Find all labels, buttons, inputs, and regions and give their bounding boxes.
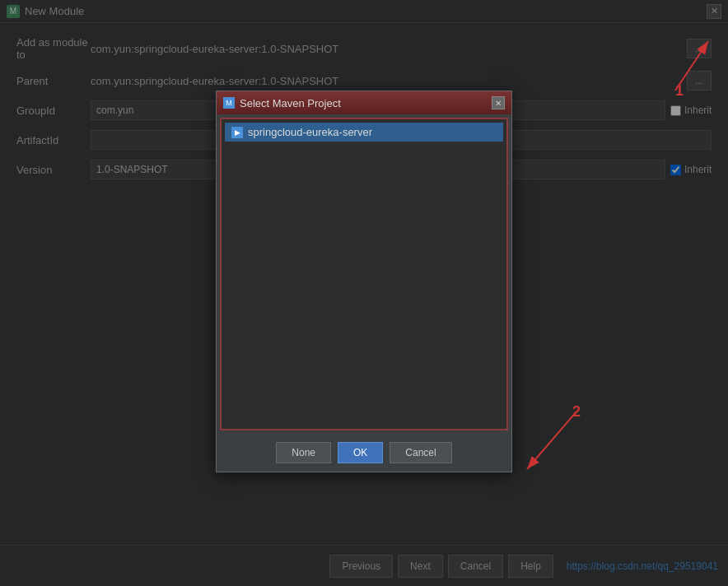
project-icon: ▶ — [231, 127, 243, 138]
select-maven-project-dialog: M Select Maven Project ✕ ▶ springcloud-e… — [216, 91, 512, 472]
modal-cancel-button[interactable]: Cancel — [390, 442, 451, 463]
none-button[interactable]: None — [276, 442, 331, 463]
modal-title: Select Maven Project — [240, 97, 341, 109]
maven-icon: M — [223, 97, 235, 109]
modal-close-button[interactable]: ✕ — [492, 96, 505, 109]
modal-title-bar: M Select Maven Project ✕ — [217, 91, 511, 114]
tree-item-label: springcloud-eureka-server — [248, 126, 372, 138]
tree-item-eureka-server[interactable]: ▶ springcloud-eureka-server — [225, 123, 503, 142]
modal-body: ▶ springcloud-eureka-server — [220, 118, 508, 430]
modal-overlay: M Select Maven Project ✕ ▶ springcloud-e… — [0, 0, 728, 586]
modal-title-left: M Select Maven Project — [223, 97, 341, 109]
modal-footer: None OK Cancel — [217, 434, 511, 472]
ok-button[interactable]: OK — [338, 442, 383, 463]
